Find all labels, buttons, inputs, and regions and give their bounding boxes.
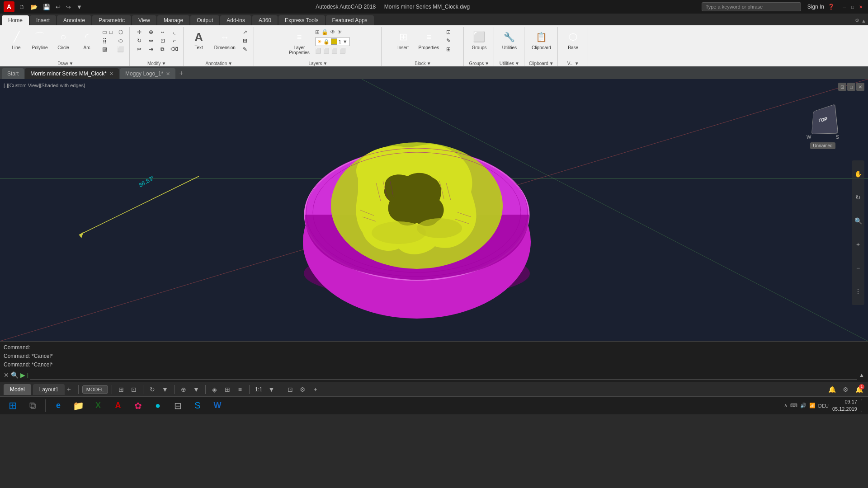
model-tab[interactable]: Model	[4, 384, 31, 395]
tab-mm-clock[interactable]: Morris minor Series MM_Clock* ✕	[25, 68, 119, 79]
add-layout-btn[interactable]: +	[66, 385, 71, 394]
task-view-btn[interactable]: ⧉	[24, 398, 42, 414]
new-tab-button[interactable]: +	[176, 68, 186, 78]
navcube-cube[interactable]: TOP	[811, 104, 838, 134]
rectangle-btn[interactable]: ▭□	[99, 28, 114, 36]
create-block-btn[interactable]: ⊡	[443, 28, 453, 36]
show-desktop-btn[interactable]	[861, 399, 864, 412]
lineweight-btn[interactable]: ≡	[235, 384, 245, 395]
polygon-btn[interactable]: ⬡	[116, 28, 126, 36]
model-space-btn[interactable]: MODEL	[82, 385, 108, 394]
close-btn[interactable]: ✕	[857, 3, 864, 10]
insert-button[interactable]: ⊞ Insert	[392, 28, 414, 51]
vp-restore-btn[interactable]: ⊡	[838, 83, 846, 91]
group-groups-expand[interactable]: ▼	[485, 61, 489, 66]
edge-btn[interactable]: e	[49, 398, 67, 414]
trim-btn[interactable]: ✂	[134, 45, 144, 53]
group-utilities-expand[interactable]: ▼	[515, 61, 519, 66]
snap-btn[interactable]: ⊡	[128, 384, 139, 395]
tab-insert[interactable]: Insert	[30, 15, 56, 25]
gradient-btn[interactable]: ▨	[99, 45, 114, 53]
workspace-btn[interactable]: ⚙	[840, 384, 851, 395]
grid-btn[interactable]: ⊞	[116, 384, 127, 395]
qa-undo-icon[interactable]: ↩	[54, 3, 62, 11]
cmd-find-btn[interactable]: 🔍	[11, 371, 19, 379]
hatch-btn[interactable]: ⣿	[99, 37, 114, 45]
edit-block-btn[interactable]: ✎	[443, 37, 453, 45]
sw-orbit-btn[interactable]: ↻	[853, 192, 863, 202]
group-base-expand[interactable]: ▼	[575, 61, 579, 66]
object-snap-btn[interactable]: ⊕	[178, 384, 189, 395]
vp-maximize-btn[interactable]: □	[847, 83, 855, 91]
settings-btn[interactable]: ⚙	[297, 384, 308, 395]
task6-btn[interactable]: ●	[149, 398, 167, 414]
table-btn[interactable]: ⊞	[240, 37, 250, 45]
group-draw-expand[interactable]: ▼	[69, 61, 74, 66]
sw-zoom-btn[interactable]: 🔍	[853, 216, 863, 226]
tab-view[interactable]: View	[132, 15, 156, 25]
group-block-expand[interactable]: ▼	[427, 61, 431, 66]
search-box[interactable]: Type a keyword or phrase	[702, 2, 801, 11]
qa-open-icon[interactable]: 📂	[28, 3, 39, 11]
text-button[interactable]: A Text	[188, 28, 210, 51]
tab-a360[interactable]: A360	[252, 15, 278, 25]
maximize-btn[interactable]: □	[849, 3, 856, 10]
chamfer-btn[interactable]: ⌐	[170, 37, 179, 45]
group-modify-expand[interactable]: ▼	[161, 61, 166, 66]
utilities-button[interactable]: 🔧 Utilities	[499, 28, 520, 51]
stretch-btn[interactable]: ↔	[158, 28, 168, 36]
qa-redo-icon[interactable]: ↪	[64, 3, 73, 11]
groups-button[interactable]: ⬜ Groups	[468, 28, 490, 51]
sw-more-btn[interactable]: ⋮	[853, 286, 863, 296]
cmd-input[interactable]	[30, 371, 857, 380]
qa-save-icon[interactable]: 💾	[41, 3, 52, 11]
tab-output[interactable]: Output	[190, 15, 219, 25]
start-button[interactable]: ⊞	[4, 398, 22, 414]
tab-moggy-close[interactable]: ✕	[166, 71, 170, 77]
qa-more-icon[interactable]: ▼	[75, 3, 84, 11]
markup-btn[interactable]: ✎	[240, 45, 250, 53]
zoom-more[interactable]: ▼	[266, 384, 277, 395]
base-button[interactable]: ⬡ Base	[562, 28, 584, 51]
group-annotation-expand[interactable]: ▼	[228, 61, 232, 66]
copy-btn[interactable]: ⊕	[146, 28, 156, 36]
skype-btn[interactable]: S	[189, 398, 207, 414]
ortho-btn[interactable]: ⊞	[222, 384, 233, 395]
polar-btn[interactable]: ◈	[209, 384, 220, 395]
task5-btn[interactable]: ✿	[129, 398, 147, 414]
orbit-btn[interactable]: ↻	[147, 384, 158, 395]
word-btn[interactable]: W	[208, 398, 226, 414]
sign-in-btn[interactable]: Sign In	[807, 4, 824, 10]
sw-zoomout-btn[interactable]: −	[853, 263, 863, 273]
layout1-tab[interactable]: Layout1	[33, 384, 65, 395]
volume-icon[interactable]: 🔊	[800, 403, 807, 408]
array-btn[interactable]: ⧉	[158, 45, 168, 53]
scale-btn[interactable]: ⊡	[158, 37, 168, 45]
calc-btn[interactable]: ⊟	[169, 398, 187, 414]
erase-btn[interactable]: ⌫	[170, 45, 179, 53]
layer-row[interactable]: ☀ 🔒 1 ▼	[315, 37, 350, 46]
clipboard-button[interactable]: 📋 Clipboard	[529, 28, 554, 51]
arc-button[interactable]: ◜ Arc	[76, 28, 98, 51]
tab-home[interactable]: Home	[2, 15, 29, 25]
autocad-btn[interactable]: A	[109, 398, 127, 414]
navcube[interactable]: TOP W S Unnamed	[805, 106, 841, 142]
extend-btn[interactable]: ⇥	[146, 45, 156, 53]
tab-annotate[interactable]: Annotate	[57, 15, 91, 25]
tab-express[interactable]: Express Tools	[278, 15, 325, 25]
sw-pan-btn[interactable]: ✋	[853, 169, 863, 179]
qa-new-icon[interactable]: 🗋	[17, 3, 27, 11]
notif-btn[interactable]: 🔔 1	[854, 384, 864, 395]
circle-button[interactable]: ○ Circle	[52, 28, 74, 51]
tab-featured[interactable]: Featured Apps	[326, 15, 374, 25]
line-button[interactable]: ╱ Line	[5, 28, 27, 51]
tab-moggy[interactable]: Moggy Logo_1* ✕	[120, 68, 175, 79]
region-btn[interactable]: ⬜	[116, 45, 126, 53]
polyline-button[interactable]: ⌒ Polyline	[29, 28, 51, 51]
tab-mm-clock-close[interactable]: ✕	[109, 71, 113, 77]
cmd-scroll-up-btn[interactable]: ▲	[859, 372, 864, 378]
sw-zoomin-btn[interactable]: +	[853, 239, 863, 249]
fillet-btn[interactable]: ◟	[170, 28, 179, 36]
help-icon[interactable]: ❓	[828, 4, 835, 10]
navcube-unnamed-tag[interactable]: Unnamed	[810, 142, 835, 149]
